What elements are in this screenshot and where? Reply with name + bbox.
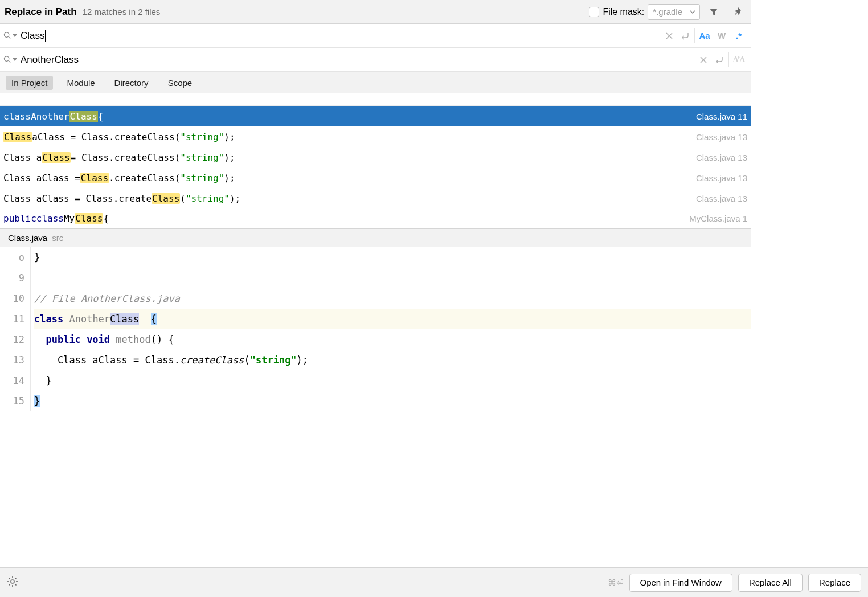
history-dropdown-icon xyxy=(13,58,17,61)
result-row[interactable]: Class aClass = Class.createClass("string… xyxy=(0,126,751,147)
line-number: 12 xyxy=(3,329,24,350)
filter-icon[interactable] xyxy=(706,4,722,20)
code-line: class AnotherClass { xyxy=(34,309,751,329)
code-area[interactable]: }// File AnotherClass.javaclass AnotherC… xyxy=(31,247,751,411)
chevron-down-icon xyxy=(686,10,696,14)
separator xyxy=(723,6,723,18)
svg-point-2 xyxy=(4,56,9,61)
result-row[interactable]: Class aClass = Class.createClass("string… xyxy=(0,188,751,208)
preserve-case-toggle[interactable]: A’A xyxy=(730,52,747,68)
scope-tab-in-project[interactable]: In Project xyxy=(6,76,53,90)
line-number: 10 xyxy=(3,288,24,309)
separator xyxy=(694,28,695,43)
text-caret xyxy=(45,30,46,42)
code-line: public void method() { xyxy=(34,329,751,350)
preview-header: Class.java src xyxy=(0,229,751,247)
svg-line-3 xyxy=(9,60,10,62)
result-location: Class.java 13 xyxy=(696,132,747,142)
result-location: Class.java 11 xyxy=(696,112,747,121)
line-number: 11 xyxy=(3,309,24,329)
line-gutter: o9101112131415 xyxy=(0,247,31,411)
code-line: } xyxy=(34,247,751,268)
search-icon[interactable] xyxy=(3,55,17,64)
code-line xyxy=(34,268,751,288)
history-dropdown-icon xyxy=(13,34,17,37)
result-row[interactable]: public class MyClass {MyClass.java 1 xyxy=(0,208,751,229)
regex-toggle[interactable]: .* xyxy=(730,28,747,44)
results-list: class AnotherClass {Class.java 11Class a… xyxy=(0,93,751,229)
dialog-title: Replace in Path xyxy=(5,6,77,18)
newline-icon[interactable] xyxy=(711,52,727,68)
line-number: o xyxy=(3,247,24,268)
code-preview[interactable]: o9101112131415 }// File AnotherClass.jav… xyxy=(0,247,751,411)
svg-point-0 xyxy=(4,32,9,37)
clear-icon[interactable] xyxy=(695,52,711,68)
result-location: Class.java 13 xyxy=(696,153,747,162)
result-row[interactable]: class AnotherClass {Class.java 11 xyxy=(0,106,751,126)
search-input[interactable]: Class xyxy=(17,28,661,44)
pin-icon[interactable] xyxy=(730,4,746,20)
line-number: 9 xyxy=(3,268,24,288)
scope-tabs: In ProjectModuleDirectoryScope xyxy=(0,72,751,93)
result-location: Class.java 13 xyxy=(696,194,747,203)
svg-line-1 xyxy=(9,36,10,38)
code-line: Class aClass = Class.createClass("string… xyxy=(34,350,751,370)
scope-tab-scope[interactable]: Scope xyxy=(162,76,198,90)
search-row: Class Aa W .* xyxy=(0,24,751,48)
whole-words-toggle[interactable]: W xyxy=(713,28,730,44)
file-mask-checkbox[interactable] xyxy=(589,7,599,17)
scope-tab-directory[interactable]: Directory xyxy=(109,76,154,90)
scope-tab-module[interactable]: Module xyxy=(61,76,100,90)
result-row[interactable]: Class aClass = Class.createClass("string… xyxy=(0,167,751,188)
match-case-toggle[interactable]: Aa xyxy=(696,28,713,44)
replace-input[interactable]: AnotherClass xyxy=(17,52,695,68)
file-mask-value: *.gradle xyxy=(653,7,682,17)
line-number: 15 xyxy=(3,391,24,411)
code-line: } xyxy=(34,391,751,411)
dialog-header: Replace in Path 12 matches in 2 files Fi… xyxy=(0,0,751,24)
replace-row: AnotherClass A’A xyxy=(0,48,751,72)
line-number: 14 xyxy=(3,370,24,391)
result-row[interactable]: Class aClass = Class.createClass("string… xyxy=(0,147,751,167)
code-line: // File AnotherClass.java xyxy=(34,288,751,309)
search-icon[interactable] xyxy=(3,31,17,40)
result-location: Class.java 13 xyxy=(696,173,747,183)
file-mask-combo[interactable]: *.gradle xyxy=(648,4,700,20)
newline-icon[interactable] xyxy=(677,28,693,44)
match-count: 12 matches in 2 files xyxy=(83,7,161,17)
preview-file: Class.java xyxy=(8,233,47,243)
clear-icon[interactable] xyxy=(661,28,677,44)
file-mask-label: File mask: xyxy=(603,7,644,17)
prev-result-peek xyxy=(0,93,751,106)
result-location: MyClass.java 1 xyxy=(689,214,747,223)
preview-dir: src xyxy=(52,233,63,243)
separator xyxy=(728,52,729,67)
code-line: } xyxy=(34,370,751,391)
line-number: 13 xyxy=(3,350,24,370)
